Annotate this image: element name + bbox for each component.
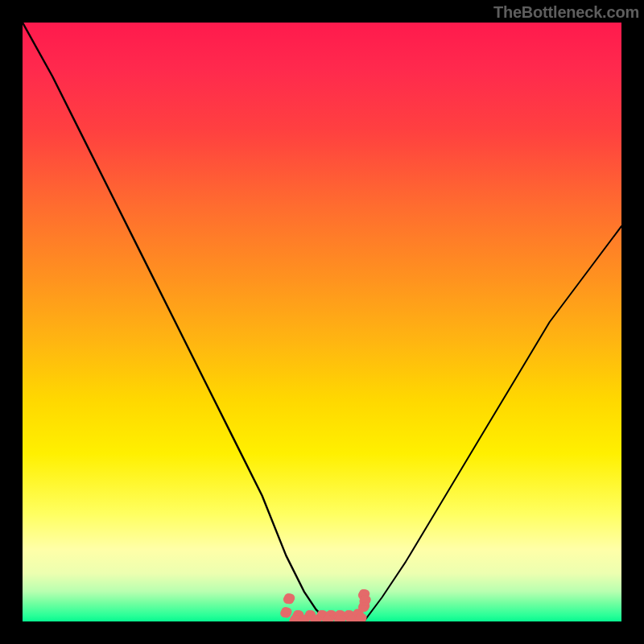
left-curve (23, 23, 328, 621)
chart-svg (23, 23, 621, 621)
watermark-text: TheBottleneck.com (493, 3, 639, 22)
svg-point-4 (282, 607, 289, 614)
marker-dot (283, 593, 295, 604)
svg-point-79 (357, 613, 364, 621)
marker-dot (280, 607, 291, 617)
svg-point-84 (285, 593, 292, 601)
marker-group (280, 589, 371, 621)
chart-frame: TheBottleneck.com (0, 0, 644, 644)
right-curve (364, 226, 621, 621)
plot-area (23, 23, 621, 621)
curve-group (23, 23, 621, 621)
svg-point-94 (361, 595, 368, 602)
